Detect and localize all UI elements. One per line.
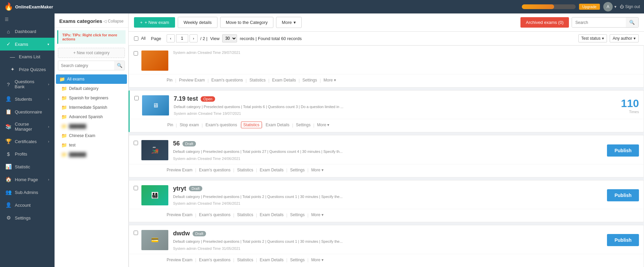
archived-exams-button[interactable]: Archived exams (0) [520,17,569,28]
view-select[interactable]: 10 20 30 50 [222,34,237,42]
exam-action-settings-0[interactable]: Settings [300,76,319,84]
cat-item-test[interactable]: 📁 test [55,140,128,150]
exam-action-statistics-1[interactable]: Statistics [241,122,262,128]
sign-out-button[interactable]: ⏻ Sign out [620,4,640,9]
folder-icon: 📁 [61,105,67,110]
exam-checkbox-3[interactable] [134,186,138,190]
page-input[interactable] [176,34,188,42]
sidebar-item-questions-bank[interactable]: ? Questions Bank › [0,76,55,93]
sidebar-item-sub-admins[interactable]: 👥 Sub Admins [0,186,55,199]
times-count-1: 110 [621,97,639,110]
sidebar-label-exams-list: Exams List [19,54,40,59]
sidebar-label-profits: Profits [15,152,27,157]
new-exam-button[interactable]: + + New exam [134,17,175,28]
exam-checkbox-2[interactable] [134,141,138,145]
exam-action-preview-0[interactable]: Preview Exam [176,76,208,84]
sidebar-item-statistic[interactable]: 📊 Statistic [0,160,55,173]
settings-icon: ⚙ [5,215,11,221]
exam-action-details-0[interactable]: Exam Details [269,76,299,84]
exam-action-statistics-0[interactable]: Statistics [247,76,268,84]
sidebar-item-account[interactable]: 👤 Account [0,199,55,211]
exam-action-preview-4[interactable]: Preview Exam [164,256,195,264]
sidebar-item-certificates[interactable]: 🏆 Certificates › [0,135,55,148]
sidebar-item-exams[interactable]: ✓ Exams ▾ [0,38,55,51]
exam-action-questions-2[interactable]: Exam's questions [196,166,233,174]
cat-item-advanced-spanish[interactable]: 📁 Advanced Spanish [55,112,128,122]
search-input[interactable] [572,18,626,27]
next-page-button[interactable]: › [190,34,198,42]
exam-action-settings-2[interactable]: Settings [287,166,307,174]
prev-page-button[interactable]: ‹ [167,34,175,42]
exam-title-4: dwdw [173,230,190,237]
exam-action-more-1[interactable]: More ▾ [314,121,332,129]
exam-action-statistics-4[interactable]: Statistics [234,256,256,264]
exam-action-details-1[interactable]: Exam Details [263,121,292,129]
exam-action-settings-4[interactable]: Settings [287,256,307,264]
more-button[interactable]: More ▾ [276,17,302,28]
exam-card-top-4: 💳 dwdw Draft Default category | Preselec… [129,225,644,252]
exam-action-stop-1[interactable]: Stop exam [177,121,202,129]
exam-action-statistics-2[interactable]: Statistics [234,166,256,174]
exam-action-statistics-3[interactable]: Statistics [234,211,256,219]
exam-action-questions-4[interactable]: Exam's questions [196,256,233,264]
weekly-details-button[interactable]: Weekly details [178,17,217,28]
cat-item-intermediate-spanish[interactable]: 📁 Intermediate Spanish [55,103,128,112]
exam-action-more-0[interactable]: More ▾ [321,76,339,84]
exam-action-details-4[interactable]: Exam Details [257,256,286,264]
view-label: View [210,36,219,41]
move-to-category-button[interactable]: Move to the Category [220,17,273,28]
sidebar-item-questionnaire[interactable]: 📋 Questionnaire [0,105,55,118]
cat-label-blurred-2: ██████ [69,152,86,157]
sidebar-item-settings[interactable]: ⚙ Settings [0,211,55,224]
exam-action-more-2[interactable]: More ▾ [308,166,326,174]
exam-checkbox-0[interactable] [134,51,138,56]
status-filter-dropdown[interactable]: Test status ▾ [578,34,607,42]
exam-action-pin-0[interactable]: Pin [164,76,175,84]
qb-arrow: › [48,82,49,86]
sidebar-item-home-page[interactable]: 🏠 Home Page › [0,173,55,186]
author-filter-dropdown[interactable]: Any author ▾ [610,34,639,42]
logo-flame-icon: 🔥 [4,2,13,11]
filter-bar-right: Test status ▾ Any author ▾ [578,34,639,42]
exam-action-details-2[interactable]: Exam Details [257,166,286,174]
exam-action-questions-3[interactable]: Exam's questions [196,211,233,219]
sidebar-hamburger[interactable]: ☰ [0,13,55,25]
exam-action-preview-2[interactable]: Preview Exam [164,166,195,174]
publish-button-3[interactable]: Publish [607,189,639,201]
exam-action-questions-1[interactable]: Exam's questions [203,121,240,129]
category-search-button[interactable]: 🔍 [114,61,125,70]
cat-item-spanish-beginners[interactable]: 📁 Spanish for beginners [55,93,128,103]
publish-button-2[interactable]: Publish [607,144,639,157]
sidebar-label-certificates: Certificates [15,139,37,144]
exam-action-more-4[interactable]: More ▾ [308,256,326,264]
collapse-button[interactable]: ◁ Collapse [103,19,124,24]
sidebar-item-students[interactable]: 👤 Students › [0,93,55,105]
exam-action-details-3[interactable]: Exam Details [257,211,286,219]
sidebar-item-course-manager[interactable]: 📚 Course Manager › [0,118,55,135]
exam-action-settings-1[interactable]: Settings [293,121,313,129]
cat-item-all-exams[interactable]: 📁 All exams [56,74,127,84]
cat-item-blurred-1[interactable]: 📁 ██████ [55,122,128,131]
folder-icon: 📁 [61,124,67,129]
category-search-input[interactable] [58,61,114,70]
publish-button-4[interactable]: Publish [607,234,639,246]
exam-action-questions-0[interactable]: Exam's questions [209,76,246,84]
exam-action-pin-1[interactable]: Pin [165,121,176,129]
sidebar-item-dashboard[interactable]: ⌂ Dashboard [0,25,55,38]
exam-action-more-3[interactable]: More ▾ [308,211,326,219]
upgrade-button[interactable]: Upgrade [579,4,600,10]
select-all-checkbox[interactable] [134,36,138,41]
avatar-dropdown[interactable]: ▾ [614,4,616,9]
exam-checkbox-1[interactable] [134,96,139,100]
sidebar-item-prize-quizzes[interactable]: ✦ Prize Quizzes [0,63,55,76]
cat-item-default[interactable]: 📁 Default category [55,84,128,93]
exam-action-settings-3[interactable]: Settings [287,211,307,219]
sidebar-item-exams-list[interactable]: — Exams List [0,51,55,63]
sidebar-item-profits[interactable]: $ Profits [0,148,55,160]
exam-action-preview-3[interactable]: Preview Exam [164,211,195,219]
exam-checkbox-4[interactable] [134,231,138,235]
cat-item-chinese-exam[interactable]: 📁 Chinese Exam [55,131,128,140]
new-root-category-button[interactable]: + New root category [58,48,125,58]
cat-item-blurred-2[interactable]: 📁 ██████ [55,150,128,159]
search-button[interactable]: 🔍 [626,18,638,27]
